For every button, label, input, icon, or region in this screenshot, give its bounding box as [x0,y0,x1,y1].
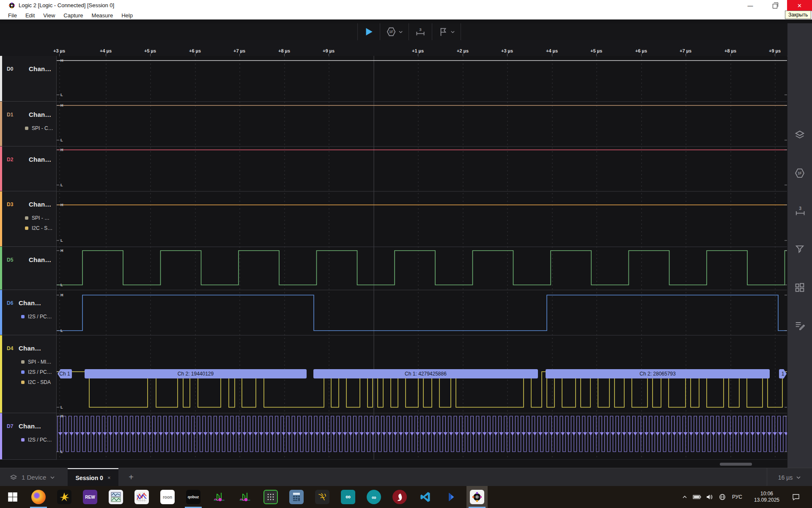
menu-view[interactable]: View [39,11,59,19]
channel-color-stripe [0,335,2,413]
blue-arrow-app-icon [444,490,458,504]
channel-row-d2[interactable]: D2Chan… [0,146,56,191]
waveform-d7[interactable] [57,416,787,452]
svg-text:L: L [60,450,63,454]
menu-edit[interactable]: Edit [21,11,39,19]
calculator-app[interactable] [286,486,307,508]
level-markers-d1: HL [57,103,787,142]
language-indicator[interactable]: РУС [730,486,744,508]
new-tab-button[interactable]: + [123,468,139,486]
annotation-bar[interactable]: Ch 1: 4279425886 [313,369,538,378]
analyzer-label[interactable]: SPI - MI… [21,359,51,365]
qobuz-app[interactable]: qobuz [183,486,204,508]
roon-app[interactable]: roon [157,486,178,508]
calculator-app-icon [289,490,304,504]
channel-name-label: Chan… [19,345,41,352]
horizontal-scrollbar-thumb[interactable] [720,463,752,466]
analyzers-icon[interactable]: 1F [794,167,806,179]
channel-label-panel: D0Chan…D1Chan…SPI - C…D2Chan…D3Chan…SPI … [0,56,57,460]
markers-icon[interactable] [794,243,806,255]
tray-chevron-up-icon[interactable] [678,486,692,508]
clock-tray[interactable]: 10:0613.09.2025 [749,486,785,508]
starburst-app[interactable] [54,486,75,508]
plot-app[interactable] [131,486,152,508]
time-ruler[interactable]: +3 µs+4 µs+5 µs+6 µs+7 µs+8 µs+9 µs+1 µs… [0,40,787,56]
analyzer-name: I2S / PC… [28,314,52,320]
vscode[interactable] [415,486,436,508]
analyzer-label[interactable]: I2S / PC… [21,437,52,443]
tab-close-icon[interactable]: × [107,475,111,481]
start-button[interactable] [2,486,23,508]
audio-analyzer-1-icon [212,490,226,504]
svg-text:H: H [60,293,63,297]
firefox[interactable] [28,486,49,508]
start-capture-button[interactable] [358,23,380,40]
analyzers-dropdown-button[interactable]: 1F [380,23,409,40]
channel-row-d7[interactable]: D7Chan…I2S / PC… [0,413,56,460]
minimize-button[interactable]: — [738,0,763,11]
analyzer-label[interactable]: SPI - … [25,215,49,221]
channel-row-d5[interactable]: D5Chan… [0,247,56,290]
svg-text:H: H [60,58,63,63]
scope-app[interactable] [105,486,126,508]
analyzer-label[interactable]: I2C - SDA [21,379,51,385]
logic2-app-icon [470,490,484,504]
timeline-zoom-control[interactable]: 16 µs [767,468,812,486]
channel-color-stripe [0,56,2,101]
timing-markers-dropdown-button[interactable] [432,23,461,40]
annotation-bar[interactable]: Ch 2: 19440129 [85,369,307,378]
menu-file[interactable]: File [4,11,21,19]
ltspice-app[interactable] [260,486,281,508]
audio-analyzer-2[interactable] [234,486,255,508]
rew-app[interactable]: REW [80,486,101,508]
channel-row-d0[interactable]: D0Chan… [0,56,56,102]
measurements-button[interactable]: 3 [409,23,432,40]
network-icon[interactable] [716,486,729,508]
waveform-area[interactable]: HLHLHLHLHLHLHLHL [57,56,787,460]
menu-measure[interactable]: Measure [88,11,118,19]
notifications-icon[interactable] [787,486,804,508]
analyzer-label[interactable]: I2C - S… [25,225,52,231]
chevron-down-icon [50,475,55,480]
close-button[interactable]: ✕ [787,0,812,11]
svg-text:H: H [60,248,63,253]
device-selector[interactable]: 1 Device [9,468,55,486]
dragon-app[interactable] [389,486,410,508]
analyzer-label[interactable]: I2S / PC… [21,314,52,320]
battery-icon[interactable] [690,486,704,508]
window-title: Logic 2 [Logic - Connected] [Session 0] [19,2,114,8]
waveform-d5[interactable] [57,251,787,285]
data-table-icon[interactable] [794,282,806,293]
analyzer-name: I2S / PC… [28,369,52,375]
channel-row-d4[interactable]: D4Chan…SPI - MI…I2S / PC…I2C - SDA [0,335,56,413]
chevron-down-icon [450,30,455,34]
analyzer-label[interactable]: I2S / PC… [21,369,52,375]
channel-name-label: Chan… [29,256,52,263]
hornet-app[interactable] [312,486,333,508]
channel-row-d3[interactable]: D3Chan…SPI - …I2C - S… [0,191,56,247]
measurements-icon[interactable]: 3 [794,205,806,217]
annotation-bar[interactable]: Ch 2: 28065793 [546,369,770,378]
notes-icon[interactable] [794,320,806,331]
channel-row-d6[interactable]: D6Chan…I2S / PC… [0,290,56,335]
channel-name-label: Chan… [29,201,52,208]
right-sidebar: 1F3 [787,23,812,468]
dragon-app-icon [392,490,407,504]
start-button-icon [5,490,20,504]
analyzer-hex-icon: 1F [386,26,397,37]
arduino-app[interactable]: ∞ [363,486,384,508]
arduino-ide[interactable]: ∞ [337,486,359,508]
menu-help[interactable]: Help [117,11,137,19]
channel-row-d1[interactable]: D1Chan…SPI - C… [0,102,56,146]
menu-capture[interactable]: Capture [59,11,87,19]
logic2-app[interactable] [466,486,488,508]
device-layers-icon[interactable] [794,129,806,141]
speaker-icon[interactable] [703,486,716,508]
audio-analyzer-1[interactable] [208,486,230,508]
waveform-d6[interactable] [57,295,787,331]
annotation-bar[interactable]: Ch 1 [58,369,72,378]
tab-session-0[interactable]: Session 0 × [68,468,118,486]
blue-arrow-app[interactable] [441,486,462,508]
analyzer-label[interactable]: SPI - C… [25,125,53,131]
maximize-button[interactable] [763,0,787,11]
